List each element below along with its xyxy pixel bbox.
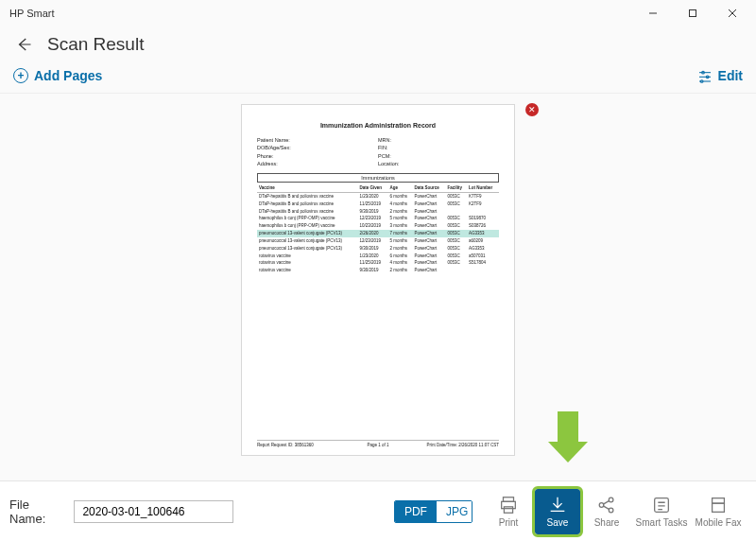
- filename-input[interactable]: [74, 500, 232, 523]
- filename-label: File Name:: [9, 497, 64, 526]
- window-minimize-button[interactable]: [633, 0, 673, 26]
- immunization-table: VaccineDate GivenAgeData SourceFacilityL…: [257, 184, 499, 274]
- edit-label: Edit: [718, 68, 743, 83]
- section-heading: Immunizations: [257, 173, 499, 183]
- svg-line-17: [603, 506, 609, 510]
- window-maximize-button[interactable]: [673, 0, 713, 26]
- share-button[interactable]: Share: [580, 495, 633, 528]
- column-header: Facility: [446, 184, 468, 192]
- document-meta: Patient Name: DOB/Age/Sex: Phone: Addres…: [257, 136, 499, 167]
- back-button[interactable]: [13, 34, 34, 55]
- close-icon: ✕: [528, 106, 536, 114]
- table-row: DTaP-hepatitis B and poliovirus vaccine1…: [257, 201, 499, 208]
- add-pages-label: Add Pages: [34, 68, 102, 83]
- plus-circle-icon: +: [13, 68, 28, 83]
- table-row: rotavirus vaccine1/23/20206 monthsPowerC…: [257, 253, 499, 260]
- column-header: Age: [387, 184, 412, 192]
- svg-rect-10: [504, 497, 514, 502]
- svg-rect-19: [713, 498, 725, 504]
- svg-rect-12: [504, 507, 512, 513]
- svg-line-16: [603, 500, 609, 504]
- edit-button[interactable]: Edit: [697, 68, 743, 83]
- svg-point-15: [609, 508, 613, 513]
- preview-area: ✕ Immunization Administration Record Pat…: [0, 94, 756, 472]
- fax-icon: [708, 495, 729, 515]
- document-footer: Report Request ID: 38561360 Page 1 of 1 …: [257, 440, 499, 447]
- app-title: HP Smart: [9, 8, 54, 19]
- table-row: DTaP-hepatitis B and poliovirus vaccine9…: [257, 208, 499, 216]
- format-jpg-option[interactable]: JPG: [437, 501, 472, 522]
- format-pdf-option[interactable]: PDF: [395, 501, 437, 522]
- printer-icon: [498, 495, 519, 515]
- column-header: Date Given: [358, 184, 388, 192]
- window-close-button[interactable]: [713, 0, 752, 26]
- column-header: Vaccine: [257, 184, 358, 192]
- table-row: pneumococcal 13-valent conjugate (PCV13)…: [257, 245, 499, 253]
- print-button[interactable]: Print: [482, 495, 535, 528]
- toolbar: + Add Pages Edit: [0, 64, 756, 94]
- table-row: DTaP-hepatitis B and poliovirus vaccine1…: [257, 192, 499, 200]
- svg-point-13: [599, 503, 604, 508]
- scanned-page[interactable]: Immunization Administration Record Patie…: [242, 105, 514, 455]
- table-row: rotavirus vaccine11/25/20194 monthsPower…: [257, 259, 499, 267]
- svg-point-14: [609, 497, 613, 502]
- sliders-icon: [697, 68, 713, 83]
- header: Scan Result: [0, 26, 756, 64]
- table-row: rotavirus vaccine9/30/20192 monthsPowerC…: [257, 267, 499, 274]
- download-icon: [547, 495, 568, 515]
- highlight-arrow: [548, 411, 588, 464]
- table-row: haemophilus b conj (PRP-OMP) vaccine10/2…: [257, 222, 499, 230]
- table-row: pneumococcal 13-valent conjugate (PCV13)…: [257, 230, 499, 237]
- bottom-bar: File Name: PDF JPG Print Save Share Smar…: [0, 480, 756, 541]
- table-row: haemophilus b conj (PRP-OMP) vaccine12/2…: [257, 215, 499, 222]
- mobile-fax-button[interactable]: Mobile Fax: [690, 495, 747, 528]
- column-header: Data Source: [412, 184, 445, 192]
- smart-tasks-icon: [651, 495, 672, 515]
- save-button[interactable]: Save: [535, 489, 580, 534]
- titlebar: HP Smart: [0, 0, 756, 26]
- svg-rect-20: [713, 503, 725, 512]
- format-toggle: PDF JPG: [394, 500, 472, 523]
- table-row: pneumococcal 13-valent conjugate (PCV13)…: [257, 237, 499, 245]
- remove-page-button[interactable]: ✕: [525, 103, 539, 116]
- column-header: Lot Number: [467, 184, 499, 192]
- add-pages-button[interactable]: + Add Pages: [13, 68, 102, 83]
- page-title: Scan Result: [47, 34, 144, 55]
- smart-tasks-button[interactable]: Smart Tasks: [633, 495, 690, 528]
- document-title: Immunization Administration Record: [257, 122, 499, 129]
- share-icon: [596, 495, 617, 515]
- svg-rect-1: [690, 10, 696, 17]
